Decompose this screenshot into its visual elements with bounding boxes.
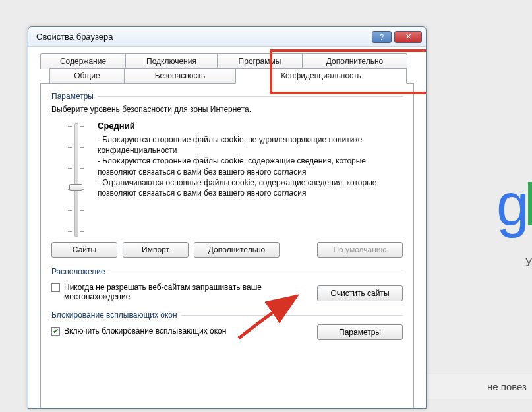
- tab-privacy[interactable]: Конфиденциальность: [235, 68, 407, 84]
- tab-connections[interactable]: Подключения: [125, 53, 218, 69]
- location-checkbox[interactable]: [51, 283, 60, 292]
- import-button[interactable]: Импорт: [123, 242, 189, 258]
- popup-blocker-checkbox[interactable]: ✔: [51, 327, 60, 336]
- background-footer-text: не повез: [427, 374, 532, 399]
- params-group-label: Параметры: [51, 92, 94, 101]
- clear-sites-button[interactable]: Очистить сайты: [317, 285, 403, 301]
- checkmark-icon: ✔: [53, 328, 59, 335]
- location-group-label: Расположение: [51, 267, 105, 276]
- privacy-level-name: Средний: [98, 121, 400, 131]
- default-button[interactable]: По умолчанию: [317, 242, 403, 258]
- popup-group-label: Блокирование всплывающих окон: [51, 310, 177, 320]
- close-button[interactable]: ✕: [394, 31, 422, 43]
- tab-security[interactable]: Безопасность: [124, 68, 236, 84]
- tab-programs[interactable]: Программы: [217, 53, 303, 69]
- tab-general[interactable]: Общие: [49, 68, 125, 84]
- background-logo-fragment: gl: [496, 171, 532, 239]
- privacy-level-description: - Блокируются сторонние файлы cookie, не…: [98, 134, 400, 198]
- sites-button[interactable]: Сайты: [51, 242, 117, 258]
- help-button[interactable]: ?: [372, 31, 392, 43]
- popup-checkbox-label: Включить блокирование всплывающих окон: [64, 326, 226, 336]
- slider-thumb[interactable]: [69, 184, 82, 191]
- titlebar: Свойства браузера ? ✕: [28, 27, 426, 47]
- window-title: Свойства браузера: [36, 32, 369, 42]
- tab-content[interactable]: Содержание: [40, 53, 126, 69]
- tab-panel: Параметры Выберите уровень безопасности …: [40, 83, 414, 409]
- popup-settings-button[interactable]: Параметры: [317, 324, 403, 340]
- privacy-level-slider[interactable]: [68, 123, 84, 235]
- internet-options-dialog: Свойства браузера ? ✕ Содержание Подключ…: [28, 26, 427, 409]
- advanced-button[interactable]: Дополнительно: [194, 242, 280, 258]
- tab-advanced[interactable]: Дополнительно: [302, 53, 407, 69]
- location-checkbox-label: Никогда не разрешать веб-сайтам запрашив…: [64, 283, 275, 301]
- instruction-text: Выберите уровень безопасности для зоны И…: [51, 105, 403, 114]
- background-subtitle: У: [525, 257, 532, 269]
